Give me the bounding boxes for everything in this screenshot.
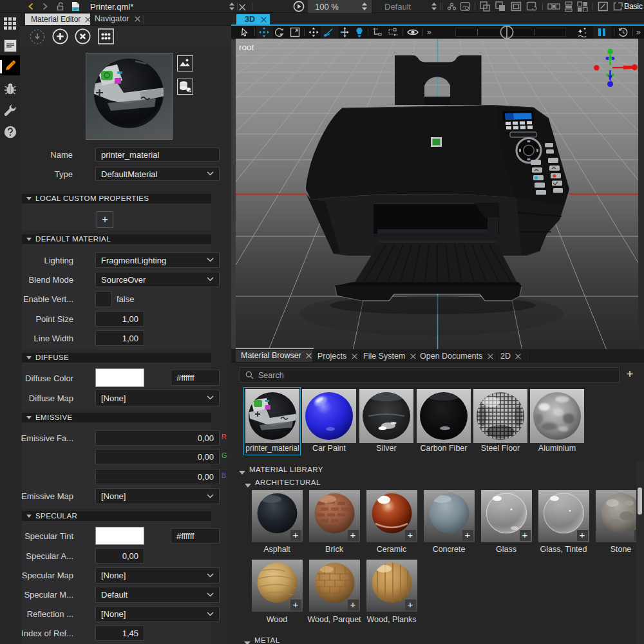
svg-text:root: root — [239, 43, 254, 52]
